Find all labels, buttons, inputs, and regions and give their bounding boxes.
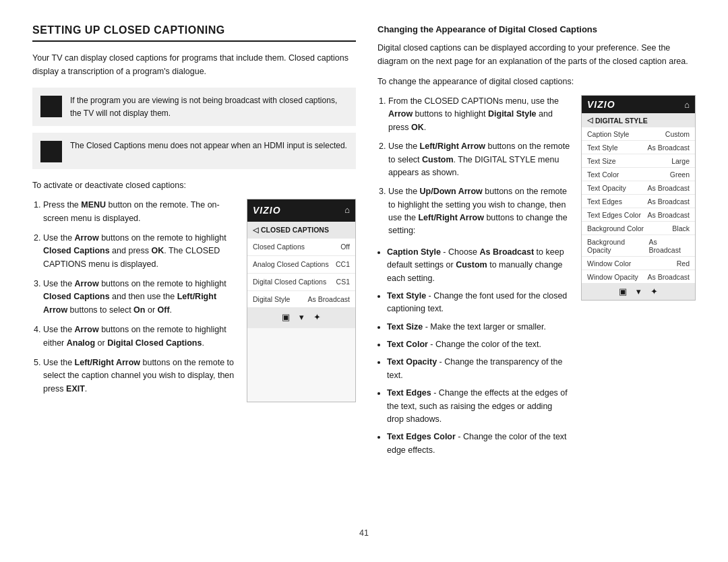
- digital-menu-row: Text Edges As Broadcast: [582, 195, 695, 208]
- row-value: As Broadcast: [648, 184, 690, 192]
- list-item: Text Opacity - Change the transparency o…: [387, 356, 570, 382]
- row-label: Window Color: [587, 259, 631, 268]
- right-steps-with-menu: From the CLOSED CAPTIONs menu, use the A…: [377, 95, 696, 462]
- steps-with-menu: Press the MENU button on the remote. The…: [32, 199, 356, 402]
- tv-menu-header: VIZIO ⌂: [247, 199, 355, 221]
- back-arrow-icon: ◁: [253, 224, 258, 237]
- digital-menu-row: Background Color Black: [582, 222, 695, 235]
- digital-menu-row: Text Opacity As Broadcast: [582, 181, 695, 195]
- row-label: Text Opacity: [587, 184, 626, 192]
- page-number: 41: [32, 528, 696, 538]
- right-intro-2: To change the appearance of digital clos…: [377, 75, 696, 88]
- right-column: Changing the Appearance of Digital Close…: [377, 24, 696, 522]
- menu-subtitle-text: CLOSED CAPTIONS: [261, 224, 329, 236]
- row-label: Text Color: [587, 170, 619, 179]
- columns: SETTING UP CLOSED CAPTIONING Your TV can…: [32, 24, 696, 522]
- list-item: Text Size - Make the text larger or smal…: [387, 321, 570, 334]
- steps-intro: To activate or deactivate closed caption…: [32, 179, 356, 192]
- digital-vizio-logo: VIZIO: [587, 99, 615, 110]
- digital-menu-rows: Caption Style Custom Text Style As Broad…: [582, 127, 695, 283]
- digital-menu-row: Window Opacity As Broadcast: [582, 270, 695, 283]
- footer-icon-2: ▾: [299, 311, 304, 325]
- row-value: As Broadcast: [648, 197, 690, 206]
- tv-menu-box: VIZIO ⌂ ◁ CLOSED CAPTIONS Closed Caption…: [247, 199, 356, 402]
- digital-menu-row: Background Opacity As Broadcast: [582, 235, 695, 257]
- row-value: Green: [670, 170, 690, 179]
- digital-menu-box: VIZIO ⌂ ◁ DIGITAL STYLE Caption Style Cu…: [581, 95, 696, 301]
- row-label: Closed Captions: [253, 241, 305, 253]
- note-icon-2: [40, 141, 62, 162]
- right-intro-1: Digital closed captions can be displayed…: [377, 41, 696, 68]
- row-value: Off: [340, 241, 350, 253]
- digital-menu-row: Text Edges Color As Broadcast: [582, 208, 695, 222]
- footer-icon-1: ▣: [282, 311, 290, 325]
- note-text-1: If the program you are viewing is not be…: [70, 94, 348, 119]
- row-label: Text Edges: [587, 197, 622, 206]
- row-label: Background Color: [587, 224, 644, 232]
- row-value: As Broadcast: [308, 294, 350, 305]
- menu-subtitle-row: ◁ CLOSED CAPTIONS: [247, 222, 355, 239]
- tv-menu-footer: ▣ ▾ ✦: [247, 307, 355, 328]
- digital-menu-row: Window Color Red: [582, 257, 695, 270]
- ordered-list: Press the MENU button on the remote. The…: [32, 199, 236, 396]
- footer-icon-1: ▣: [619, 286, 627, 296]
- row-value: Black: [672, 224, 690, 232]
- menu-row: Analog Closed Captions CC1: [247, 256, 355, 274]
- right-ordered-list: From the CLOSED CAPTIONs menu, use the A…: [377, 95, 570, 238]
- digital-menu-footer: ▣ ▾ ✦: [582, 283, 695, 300]
- list-item: Press the MENU button on the remote. The…: [43, 199, 236, 225]
- right-steps-list: From the CLOSED CAPTIONs menu, use the A…: [377, 95, 570, 462]
- list-item: Use the Left/Right Arrow buttons on the …: [388, 140, 570, 179]
- digital-menu-header: VIZIO ⌂: [582, 96, 695, 113]
- list-item: Text Color - Change the color of the tex…: [387, 338, 570, 351]
- row-value: Custom: [665, 130, 690, 138]
- row-value: As Broadcast: [648, 211, 690, 219]
- row-label: Text Style: [587, 144, 618, 152]
- bullets-section: Caption Style - Choose As Broadcast to k…: [377, 246, 570, 457]
- row-value: As Broadcast: [649, 238, 690, 254]
- footer-icon-2: ▾: [636, 286, 641, 296]
- row-label: Text Edges Color: [587, 211, 641, 219]
- list-item: Text Edges Color - Change the color of t…: [387, 431, 570, 457]
- list-item: Use the Arrow buttons on the remote to h…: [43, 278, 236, 317]
- row-value: Red: [677, 259, 690, 268]
- row-label: Caption Style: [587, 130, 629, 138]
- row-label: Text Size: [587, 157, 616, 165]
- digital-menu-row: Text Style As Broadcast: [582, 141, 695, 154]
- list-item: Caption Style - Choose As Broadcast to k…: [387, 246, 570, 285]
- note-text-2: The Closed Captions menu does not appear…: [70, 139, 347, 152]
- digital-menu-row: Text Size Large: [582, 154, 695, 168]
- row-value: CS1: [336, 276, 350, 288]
- list-item: From the CLOSED CAPTIONs menu, use the A…: [388, 95, 570, 134]
- menu-row: Digital Style As Broadcast: [247, 291, 355, 308]
- left-column: SETTING UP CLOSED CAPTIONING Your TV can…: [32, 24, 356, 522]
- steps-section: To activate or deactivate closed caption…: [32, 179, 356, 402]
- row-label: Analog Closed Captions: [253, 259, 329, 270]
- row-label: Digital Closed Captions: [253, 276, 326, 288]
- list-item: Use the Up/Down Arrow buttons on the rem…: [388, 185, 570, 238]
- list-item: Text Style - Change the font used for th…: [387, 290, 570, 316]
- digital-subtitle-row: ◁ DIGITAL STYLE: [582, 113, 695, 127]
- note-icon-1: [40, 96, 62, 117]
- section-title: SETTING UP CLOSED CAPTIONING: [32, 24, 356, 42]
- row-label: Digital Style: [253, 294, 290, 305]
- row-value: Large: [671, 157, 690, 165]
- row-value: As Broadcast: [648, 273, 690, 281]
- list-item: Use the Arrow buttons on the remote to h…: [43, 323, 236, 350]
- list-item: Use the Arrow buttons on the remote to h…: [43, 232, 236, 271]
- right-section-title: Changing the Appearance of Digital Close…: [377, 24, 696, 34]
- menu-rows: Closed Captions Off Analog Closed Captio…: [247, 239, 355, 307]
- row-label: Window Opacity: [587, 273, 638, 281]
- note-box-2: The Closed Captions menu does not appear…: [32, 133, 356, 169]
- steps-list: Press the MENU button on the remote. The…: [32, 199, 236, 402]
- vizio-logo: VIZIO: [253, 203, 281, 218]
- bullets-list: Caption Style - Choose As Broadcast to k…: [377, 246, 570, 457]
- menu-row: Closed Captions Off: [247, 239, 355, 256]
- list-item: Use the Left/Right Arrow buttons on the …: [43, 356, 236, 396]
- digital-subtitle-text: DIGITAL STYLE: [595, 117, 648, 125]
- list-item: Text Edges - Change the effects at the e…: [387, 387, 570, 426]
- row-label: Background Opacity: [587, 238, 649, 254]
- footer-icon-3: ✦: [650, 286, 658, 296]
- digital-back-arrow: ◁: [587, 116, 593, 125]
- row-value: As Broadcast: [648, 144, 690, 152]
